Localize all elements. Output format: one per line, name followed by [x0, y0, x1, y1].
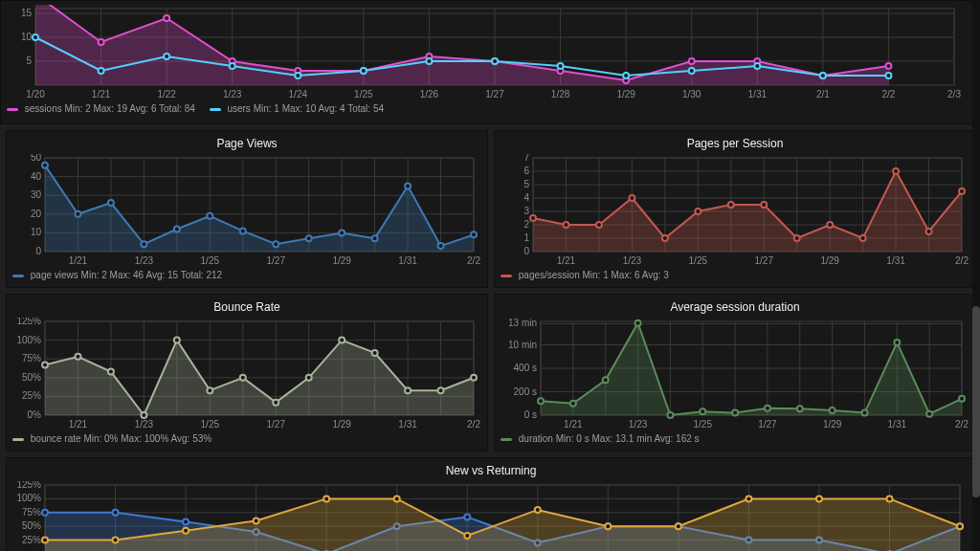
svg-point-212: [471, 375, 477, 381]
svg-text:0 s: 0 s: [524, 409, 537, 420]
svg-point-205: [240, 375, 246, 381]
chart-avg-session-duration: 0 s200 s400 s10 min13 min1/211/231/251/2…: [501, 318, 969, 430]
svg-text:75%: 75%: [22, 507, 41, 518]
svg-text:1/27: 1/27: [485, 89, 504, 99]
swatch-users: [210, 108, 221, 111]
svg-text:2/2: 2/2: [467, 419, 480, 430]
legend-bounce: bounce rate Min: 0% Max: 100% Avg: 53%: [12, 430, 481, 444]
svg-text:1/27: 1/27: [266, 419, 285, 430]
svg-point-107: [306, 235, 312, 241]
svg-point-159: [794, 235, 800, 241]
panel-duration: Average session duration 0 s200 s400 s10…: [494, 294, 976, 452]
svg-point-310: [886, 496, 892, 501]
svg-text:1/25: 1/25: [354, 89, 373, 99]
swatch-pageviews: [12, 275, 24, 277]
chart-page-views: 010203040501/211/231/251/271/291/312/2: [12, 154, 481, 267]
svg-text:0%: 0%: [28, 409, 42, 420]
svg-point-52: [99, 68, 104, 74]
svg-point-203: [174, 338, 180, 343]
svg-text:1/25: 1/25: [201, 255, 220, 266]
svg-point-298: [42, 538, 48, 543]
svg-point-284: [42, 510, 48, 516]
svg-point-202: [141, 412, 146, 418]
svg-point-59: [558, 63, 564, 69]
svg-point-100: [75, 211, 80, 217]
svg-point-209: [372, 350, 378, 356]
svg-text:2/1: 2/1: [816, 89, 830, 99]
svg-text:125%: 125%: [16, 481, 41, 490]
svg-text:1/27: 1/27: [754, 255, 773, 266]
svg-point-258: [959, 396, 965, 402]
svg-point-102: [141, 241, 146, 247]
svg-text:1/21: 1/21: [69, 255, 88, 266]
svg-point-56: [361, 68, 367, 74]
legend-pps: pages/session Min: 1 Max: 6 Avg: 3: [501, 267, 969, 280]
svg-text:7: 7: [523, 154, 529, 163]
svg-point-204: [207, 387, 212, 393]
svg-text:2: 2: [523, 219, 529, 230]
svg-text:13 min: 13 min: [508, 318, 537, 328]
svg-text:1/31: 1/31: [888, 419, 907, 430]
svg-text:40: 40: [31, 171, 42, 182]
chart-sessions-users: 510151/201/211/221/231/241/251/261/271/2…: [7, 5, 962, 100]
svg-text:1/29: 1/29: [616, 89, 635, 99]
svg-point-151: [530, 215, 536, 221]
title-duration: Average session duration: [501, 298, 969, 318]
svg-point-290: [464, 514, 470, 519]
svg-text:10: 10: [31, 227, 42, 237]
svg-point-112: [471, 231, 477, 237]
svg-point-256: [894, 340, 900, 345]
svg-point-308: [746, 496, 751, 501]
svg-text:1/25: 1/25: [689, 255, 708, 266]
svg-text:15: 15: [21, 8, 33, 18]
svg-point-299: [113, 538, 119, 543]
svg-text:1/27: 1/27: [758, 419, 777, 430]
svg-text:1/26: 1/26: [420, 89, 439, 99]
svg-text:1: 1: [523, 232, 529, 243]
svg-point-55: [295, 73, 301, 78]
svg-point-253: [797, 406, 803, 411]
panel-page-views: Page Views 010203040501/211/231/251/271/…: [6, 130, 488, 288]
legend-text: bounce rate Min: 0% Max: 100% Avg: 53%: [31, 433, 212, 444]
svg-point-62: [754, 63, 760, 69]
svg-point-300: [183, 528, 189, 534]
svg-point-50: [885, 63, 891, 69]
scrollbar-thumb[interactable]: [972, 306, 980, 497]
legend-text: sessions Min: 2 Max: 19 Avg: 6 Total: 84: [25, 103, 195, 114]
svg-point-311: [957, 523, 963, 529]
svg-text:1/24: 1/24: [289, 89, 308, 99]
svg-text:1/21: 1/21: [557, 255, 576, 266]
svg-point-39: [164, 15, 169, 21]
svg-point-207: [306, 375, 312, 381]
svg-text:3: 3: [523, 206, 529, 216]
svg-point-251: [732, 410, 738, 416]
svg-point-201: [108, 369, 114, 375]
svg-point-160: [827, 222, 833, 228]
svg-text:1/29: 1/29: [332, 419, 351, 430]
svg-point-109: [372, 235, 378, 241]
svg-point-153: [596, 222, 602, 228]
chart-new-returning: 25%50%75%100%125%: [12, 481, 968, 551]
svg-text:1/29: 1/29: [332, 255, 351, 266]
svg-text:1/25: 1/25: [201, 419, 220, 430]
svg-text:1/23: 1/23: [623, 255, 642, 266]
svg-point-110: [405, 183, 411, 188]
svg-text:100%: 100%: [16, 493, 41, 503]
svg-point-61: [689, 68, 695, 74]
svg-point-152: [563, 222, 568, 228]
svg-point-103: [174, 226, 180, 231]
svg-point-303: [394, 496, 400, 501]
svg-text:1/25: 1/25: [693, 419, 712, 430]
svg-point-247: [603, 377, 609, 383]
svg-text:1/23: 1/23: [629, 419, 648, 430]
svg-text:100%: 100%: [16, 335, 41, 345]
legend-text: pages/session Min: 1 Max: 6 Avg: 3: [519, 270, 669, 280]
title-bounce: Bounce Rate: [12, 298, 481, 318]
svg-text:2/3: 2/3: [947, 89, 961, 99]
scrollbar-vertical[interactable]: [972, 0, 980, 551]
legend-text: page views Min: 2 Max: 46 Avg: 15 Total:…: [31, 270, 222, 280]
svg-point-309: [816, 496, 822, 501]
svg-point-208: [339, 338, 345, 343]
svg-text:125%: 125%: [16, 318, 41, 326]
svg-point-60: [623, 73, 629, 78]
